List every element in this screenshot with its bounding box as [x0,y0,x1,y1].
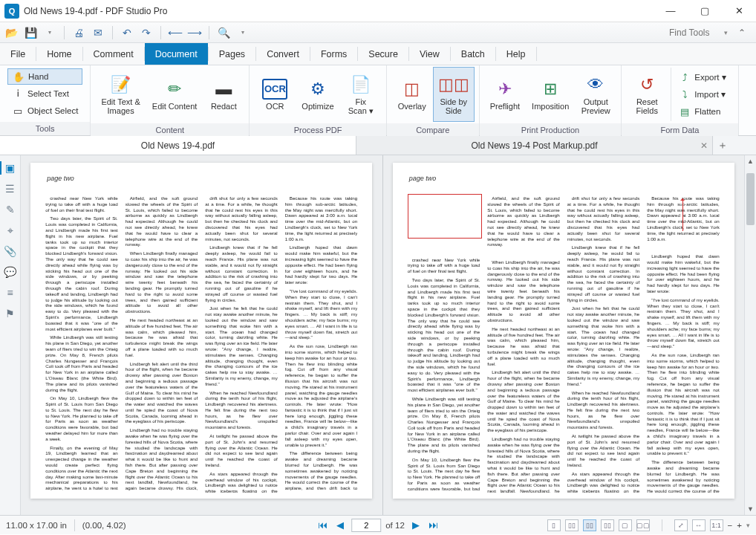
next-page-button[interactable]: ▶ [409,519,423,532]
new-tab-button[interactable]: ＋ [713,136,732,155]
ribbon-group-label: Form Data [622,123,737,137]
fit-width-view[interactable]: ↔ [692,519,706,531]
export-button[interactable]: ⤴Export ▾ [674,69,730,85]
page-total: of 12 [385,521,405,530]
close-button[interactable]: ✕ [722,0,756,22]
sidebyside-button[interactable]: ◫◫Side bySide [433,67,475,122]
save-icon[interactable]: 💾 [24,26,37,39]
menu-home[interactable]: Home [36,43,82,65]
markup-rectangle[interactable] [408,194,482,239]
left-page-pane[interactable]: page two crashed near New York while try… [21,155,382,515]
zoom-dropdown[interactable]: ▾ [746,522,750,529]
fixscan-button[interactable]: 📄FixScan ▾ [340,67,382,122]
overlay-button[interactable]: ◫Overlay [391,67,433,122]
menu-document[interactable]: Document [145,43,208,65]
imposition-button[interactable]: ⊞Imposition [526,67,575,122]
zoom-in-button[interactable]: + [737,521,742,530]
email-icon[interactable]: ✉ [91,26,105,39]
edittext-label: Edit Text &Images [101,97,140,115]
objsel-tool[interactable]: ▭Object Select [7,103,82,119]
pages-panel-icon[interactable]: ▣ [0,161,20,175]
page-label: page two [47,175,74,182]
facing-continuous-view[interactable]: ▯▯ [601,519,614,531]
menu-pages[interactable]: Pages [209,43,255,65]
comments-panel-icon[interactable]: 💬 [4,265,17,279]
zoom-tool-icon[interactable]: 🔍 [217,26,230,39]
menu-convert[interactable]: Convert [256,43,310,65]
layers-panel-icon[interactable]: ≡ [4,286,17,299]
zoom-out-button[interactable]: − [728,521,733,530]
right-page-pane[interactable]: page two .......crashed near New York wh… [382,155,745,515]
ocr-button[interactable]: OCROCR [254,67,296,122]
markup-arrow[interactable] [682,198,683,231]
maximize-button[interactable]: ▢ [688,0,722,22]
first-page-button[interactable]: ⏮ [316,519,329,532]
preflight-button[interactable]: ✈Preflight [484,67,526,122]
hand-label: Hand [28,72,49,81]
cover-continuous-view[interactable]: ▢▢ [636,519,650,531]
menu-batch[interactable]: Batch [451,43,495,65]
find-tools-input[interactable] [669,27,721,38]
ocr-label: OCR [266,102,284,111]
destinations-panel-icon[interactable]: ⌖ [4,224,17,237]
doc-tab-0[interactable]: Old News 19-4.pdf [0,136,356,155]
single-continuous-view[interactable]: ▯▯ [565,519,579,531]
import-button[interactable]: ⤵Import ▾ [674,86,730,103]
ribbon-collapse-icon[interactable]: ⌃ [738,27,746,38]
redact-button[interactable]: ▬Redact [203,67,244,122]
resetfields-icon: ↺ [636,74,657,95]
seltext-label: Select Text [27,89,69,98]
redo-icon[interactable]: ↷ [140,26,153,39]
page-number-input[interactable] [351,519,381,532]
overlay-label: Overlay [398,102,426,111]
seltext-tool[interactable]: ᎥSelect Text [7,85,82,102]
print-icon[interactable]: 🖨 [72,26,85,39]
scroll-down-icon[interactable]: ▼ [745,503,756,515]
undo-icon[interactable]: ↶ [120,26,134,39]
qat-more[interactable]: ▾ [236,26,250,39]
prev-view-icon[interactable]: ⟵ [169,26,182,39]
hand-tool[interactable]: ✋Hand [7,68,82,85]
prev-page-button[interactable]: ◀ [333,519,347,532]
editcontent-icon: ✏ [164,79,185,100]
editcontent-button[interactable]: ✏Edit Content [146,67,203,122]
signatures-panel-icon[interactable]: ✎ [4,203,17,216]
actual-size-view[interactable]: 1:1 [710,519,723,531]
fit-page-view[interactable]: ⤢ [674,519,688,531]
find-tools-dropdown[interactable]: ▾ [724,29,728,36]
save-dropdown[interactable]: ▾ [43,26,56,39]
menu-help[interactable]: Help [496,43,536,65]
single-page-view[interactable]: ▯ [547,519,561,531]
doc-tab-title: Old News 19-4.pdf [141,140,215,151]
tab-close-icon[interactable]: ✕ [700,140,708,151]
outputpreview-button[interactable]: 👁OutputPreview [575,67,616,122]
scroll-thumb[interactable] [746,173,755,225]
import-icon: ⤵ [679,88,691,100]
edittext-button[interactable]: 📝Edit Text &Images [95,67,146,122]
vertical-scrollbar[interactable]: ▲ ▼ [744,155,756,515]
flatten-button[interactable]: ▤Flatten [674,103,730,120]
redact-label: Redact [211,102,237,111]
minimize-button[interactable]: — [654,0,688,22]
ocr-icon: OCR [262,79,287,100]
menu-secure[interactable]: Secure [358,43,408,65]
scroll-up-icon[interactable]: ▲ [745,155,756,167]
resetfields-button[interactable]: ↺ResetFields [626,67,668,122]
optimize-label: Optimize [302,102,333,111]
next-view-icon[interactable]: ⟶ [188,26,201,39]
attachments-panel-icon[interactable]: 📎 [4,244,17,258]
last-page-button[interactable]: ⏭ [427,519,440,532]
tags-panel-icon[interactable]: ⚑ [4,307,17,320]
cover-view[interactable]: ▢ [619,519,632,531]
optimize-button[interactable]: ⚙Optimize [296,67,339,122]
doc-tab-1[interactable]: Old News 19-4 Post Markup.pdf ✕ [356,136,713,155]
open-icon[interactable]: 📂 [4,26,18,39]
bookmarks-panel-icon[interactable]: ☰ [4,182,17,195]
menu-view[interactable]: View [409,43,450,65]
hand-icon: ✋ [13,71,25,82]
menu-comment[interactable]: Comment [83,43,144,65]
page-label: page two [409,175,437,182]
menu-forms[interactable]: Forms [310,43,357,65]
menu-file[interactable]: File [0,43,36,65]
facing-view[interactable]: ▯▯ [583,519,596,531]
